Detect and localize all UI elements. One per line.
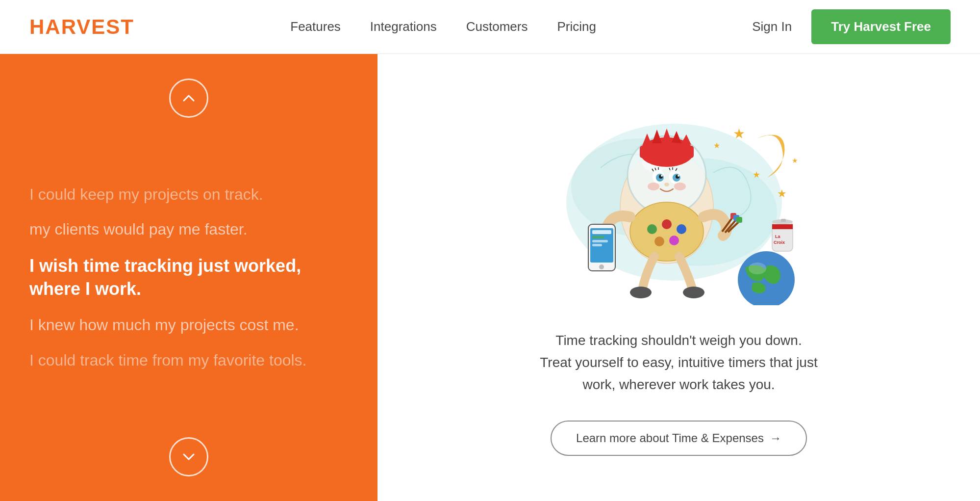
nav-features[interactable]: Features xyxy=(290,19,341,34)
message-item-1: I could keep my projects on track. xyxy=(29,185,263,205)
arrow-icon: → xyxy=(770,431,781,445)
svg-rect-38 xyxy=(592,230,611,234)
site-header: HARVEST Features Integrations Customers … xyxy=(0,0,980,54)
svg-point-28 xyxy=(648,183,659,190)
nav-customers[interactable]: Customers xyxy=(466,19,528,34)
svg-rect-40 xyxy=(592,240,608,242)
svg-rect-39 xyxy=(592,236,604,238)
svg-text:La: La xyxy=(775,234,780,239)
main-content: I could keep my projects on track. my cl… xyxy=(0,54,980,501)
svg-point-30 xyxy=(630,202,704,261)
hero-right-panel: ★ ★ ★ ★ ★ La Croix xyxy=(377,54,980,501)
svg-rect-41 xyxy=(592,244,602,246)
hero-description: Time tracking shouldn't weigh you down. … xyxy=(540,330,817,396)
next-message-button[interactable] xyxy=(169,437,208,476)
hero-illustration: ★ ★ ★ ★ ★ La Croix xyxy=(542,99,816,305)
svg-point-49 xyxy=(630,287,652,298)
svg-point-35 xyxy=(669,236,679,245)
svg-text:★: ★ xyxy=(777,187,787,200)
message-item-2: my clients would pay me faster. xyxy=(29,219,248,240)
svg-text:Croix: Croix xyxy=(774,240,785,245)
learn-more-button[interactable]: Learn more about Time & Expenses → xyxy=(551,421,807,456)
svg-point-50 xyxy=(683,287,704,298)
message-item-4: I knew how much my projects cost me. xyxy=(29,315,299,336)
svg-point-31 xyxy=(647,224,657,234)
svg-rect-48 xyxy=(736,217,742,223)
svg-point-34 xyxy=(654,237,664,246)
svg-text:★: ★ xyxy=(733,126,745,141)
svg-point-42 xyxy=(599,264,604,269)
hero-left-panel: I could keep my projects on track. my cl… xyxy=(0,54,377,501)
sign-in-link[interactable]: Sign In xyxy=(752,19,792,34)
svg-point-20 xyxy=(678,175,679,177)
svg-point-27 xyxy=(664,183,669,186)
site-logo[interactable]: HARVEST xyxy=(29,15,134,39)
svg-rect-61 xyxy=(781,219,786,222)
message-item-3-active: I wish time tracking just worked, where … xyxy=(29,255,348,301)
svg-rect-57 xyxy=(772,224,793,229)
nav-pricing[interactable]: Pricing xyxy=(557,19,596,34)
svg-text:★: ★ xyxy=(713,141,720,150)
try-free-button[interactable]: Try Harvest Free xyxy=(811,9,951,44)
svg-point-33 xyxy=(677,224,686,234)
svg-point-32 xyxy=(662,219,672,229)
header-actions: Sign In Try Harvest Free xyxy=(752,9,951,44)
main-nav: Features Integrations Customers Pricing xyxy=(290,19,596,34)
svg-text:★: ★ xyxy=(753,170,760,180)
nav-integrations[interactable]: Integrations xyxy=(370,19,437,34)
svg-rect-7 xyxy=(640,146,694,158)
svg-point-63 xyxy=(749,263,766,274)
svg-text:★: ★ xyxy=(792,157,798,164)
prev-message-button[interactable] xyxy=(169,79,208,118)
messages-list: I could keep my projects on track. my cl… xyxy=(29,118,348,437)
svg-point-29 xyxy=(674,183,686,190)
svg-point-19 xyxy=(661,175,663,177)
message-item-5: I could track time from my favorite tool… xyxy=(29,350,307,371)
